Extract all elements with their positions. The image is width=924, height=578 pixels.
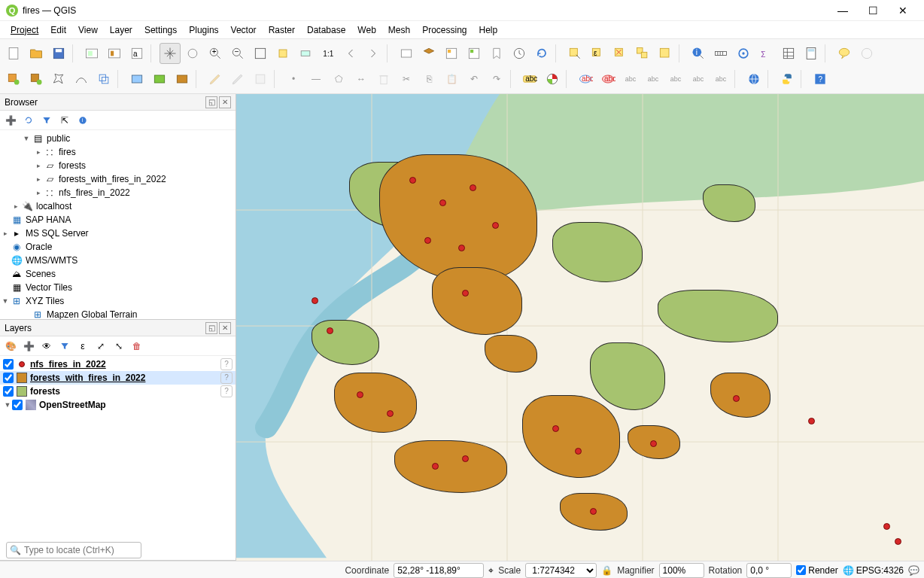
tree-node-vectortiles[interactable]: ▦Vector Tiles bbox=[0, 281, 236, 294]
zoom-native-button[interactable]: 1:1 bbox=[318, 43, 339, 64]
spatial-bookmark-button[interactable] bbox=[486, 43, 507, 64]
browser-properties-button[interactable]: i bbox=[75, 113, 90, 128]
deselect-button[interactable] bbox=[609, 43, 631, 64]
toggle-editing-icon[interactable] bbox=[227, 68, 248, 90]
browser-close-button[interactable]: ✕ bbox=[219, 96, 231, 108]
add-polygon-icon[interactable]: ⬠ bbox=[328, 68, 349, 90]
save-edits-icon[interactable] bbox=[250, 68, 271, 90]
zoom-to-selection-button[interactable] bbox=[272, 43, 293, 64]
statistics-button[interactable]: Σ bbox=[755, 43, 777, 64]
add-point-icon[interactable]: • bbox=[283, 68, 304, 90]
layer-row-forests[interactable]: forests ? bbox=[0, 385, 236, 398]
menu-view[interactable]: View bbox=[72, 23, 104, 37]
cut-icon[interactable]: ✂ bbox=[396, 68, 417, 90]
clock-icon[interactable] bbox=[509, 43, 530, 64]
label-abc-button[interactable]: abc bbox=[519, 68, 540, 90]
layers-collapse-button[interactable]: ⤡ bbox=[111, 339, 126, 354]
new-print-layout-button[interactable] bbox=[81, 43, 102, 64]
menu-vector[interactable]: Vector bbox=[225, 23, 263, 37]
redo-icon[interactable]: ↷ bbox=[486, 68, 507, 90]
menu-project[interactable]: Project bbox=[5, 23, 44, 37]
tree-node-fires[interactable]: ▸⸬fires bbox=[0, 145, 236, 159]
undo-icon[interactable]: ↶ bbox=[464, 68, 485, 90]
delete-icon[interactable] bbox=[373, 68, 394, 90]
tree-node-wms[interactable]: 🌐WMS/WMTS bbox=[0, 254, 236, 267]
tree-node-scenes[interactable]: ⛰Scenes bbox=[0, 267, 236, 281]
label-highlight-icon[interactable]: abc bbox=[597, 68, 619, 90]
browser-refresh-button[interactable] bbox=[21, 113, 36, 128]
field-calculator-button[interactable] bbox=[801, 43, 822, 64]
layers-undock-button[interactable]: ◱ bbox=[205, 322, 217, 334]
open-project-button[interactable] bbox=[26, 43, 47, 64]
layer-row-fires[interactable]: nfs_fires_in_2022 ? bbox=[0, 357, 236, 371]
toolbox-button[interactable] bbox=[733, 43, 754, 64]
zoom-to-layer-button[interactable] bbox=[295, 43, 316, 64]
menu-raster[interactable]: Raster bbox=[263, 23, 301, 37]
tree-node-xyz[interactable]: ▼⊞XYZ Tiles bbox=[0, 294, 236, 308]
render-checkbox[interactable] bbox=[796, 565, 806, 575]
pan-to-selection-button[interactable] bbox=[182, 43, 203, 64]
lock-icon[interactable]: 🔒 bbox=[601, 565, 612, 576]
refresh-button[interactable] bbox=[531, 43, 552, 64]
browser-undock-button[interactable]: ◱ bbox=[205, 96, 217, 108]
measure-button[interactable] bbox=[710, 43, 731, 64]
layers-visibility-button[interactable]: 👁 bbox=[39, 339, 54, 354]
menu-mesh[interactable]: Mesh bbox=[382, 23, 416, 37]
layer-checkbox[interactable] bbox=[12, 400, 23, 410]
messages-icon[interactable]: 💬 bbox=[908, 565, 919, 576]
tree-node-oracle[interactable]: ◉Oracle bbox=[0, 240, 236, 254]
browser-collapse-button[interactable]: ⇱ bbox=[57, 113, 72, 128]
label-rotate-icon[interactable]: abc bbox=[688, 68, 709, 90]
tree-node-mapzen[interactable]: ⊞Mapzen Global Terrain bbox=[0, 308, 236, 319]
tree-node-public[interactable]: ▼▤public bbox=[0, 132, 236, 145]
layer-checkbox[interactable] bbox=[3, 373, 14, 383]
zoom-in-button[interactable]: + bbox=[205, 43, 226, 64]
minimize-button[interactable]: — bbox=[828, 5, 858, 17]
copy-icon[interactable]: ⎘ bbox=[418, 68, 439, 90]
layer-checkbox[interactable] bbox=[3, 386, 14, 397]
menu-help[interactable]: Help bbox=[473, 23, 504, 37]
attributes-table-button[interactable] bbox=[778, 43, 799, 64]
select-by-value-button[interactable]: ε bbox=[587, 43, 608, 64]
zoom-next-button[interactable] bbox=[363, 43, 384, 64]
layer-help-icon[interactable]: ? bbox=[220, 372, 233, 384]
layers-remove-button[interactable]: 🗑 bbox=[129, 339, 144, 354]
menu-processing[interactable]: Processing bbox=[416, 23, 473, 37]
scale-select[interactable]: 1:7274342 bbox=[525, 563, 597, 578]
locator-search[interactable]: 🔍 bbox=[6, 542, 141, 558]
menu-layer[interactable]: Layer bbox=[104, 23, 138, 37]
layers-close-button[interactable]: ✕ bbox=[219, 322, 231, 334]
tree-node-saphana[interactable]: ▦SAP HANA bbox=[0, 213, 236, 227]
label-move-icon[interactable]: abc bbox=[665, 68, 686, 90]
new-spatialite-button[interactable] bbox=[71, 68, 92, 90]
help-button[interactable]: ? bbox=[810, 68, 831, 90]
tree-node-forests[interactable]: ▸▱forests bbox=[0, 159, 236, 172]
diagram-button[interactable] bbox=[542, 68, 563, 90]
browser-filter-button[interactable] bbox=[39, 113, 54, 128]
add-vector-layer-button[interactable] bbox=[126, 68, 147, 90]
map-canvas[interactable] bbox=[236, 94, 924, 561]
layout-manager-button[interactable] bbox=[104, 43, 125, 64]
layers-filter-button[interactable] bbox=[57, 339, 72, 354]
tree-node-mssql[interactable]: ▸▸MS SQL Server bbox=[0, 227, 236, 240]
render-toggle[interactable]: Render bbox=[796, 565, 837, 576]
label-change-icon[interactable]: abc bbox=[710, 68, 731, 90]
temporal-controller-button[interactable] bbox=[464, 43, 485, 64]
save-project-button[interactable] bbox=[48, 43, 69, 64]
style-manager-button[interactable]: a bbox=[126, 43, 147, 64]
coord-input[interactable] bbox=[394, 563, 484, 578]
magnifier-input[interactable] bbox=[659, 563, 704, 578]
browser-tree[interactable]: ▼▤public ▸⸬fires ▸▱forests ▸▱forests_wit… bbox=[0, 130, 236, 319]
add-mesh-layer-button[interactable] bbox=[172, 68, 193, 90]
new-shapefile-button[interactable] bbox=[48, 68, 69, 90]
maximize-button[interactable]: ☐ bbox=[858, 5, 888, 17]
select-all-button[interactable] bbox=[632, 43, 653, 64]
menu-plugins[interactable]: Plugins bbox=[183, 23, 224, 37]
tree-node-nfs-fires[interactable]: ▸⸬nfs_fires_in_2022 bbox=[0, 186, 236, 199]
map-tips-button[interactable] bbox=[834, 43, 855, 64]
layers-list[interactable]: nfs_fires_in_2022 ? forests_with_fires_i… bbox=[0, 356, 236, 560]
zoom-full-button[interactable] bbox=[250, 43, 271, 64]
zoom-last-button[interactable] bbox=[340, 43, 361, 64]
extents-icon[interactable]: ⌖ bbox=[488, 565, 494, 576]
no-action-button[interactable] bbox=[856, 43, 877, 64]
